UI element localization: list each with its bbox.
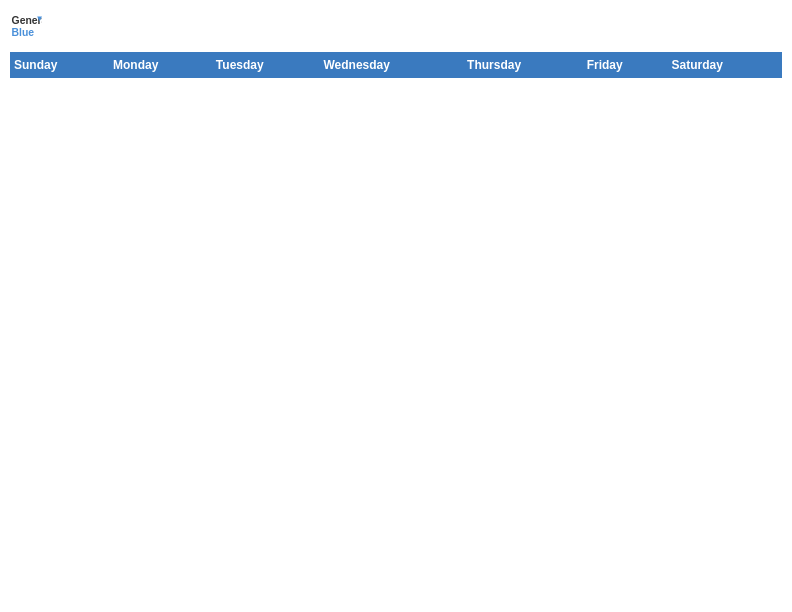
header: General Blue xyxy=(10,10,782,42)
logo-icon: General Blue xyxy=(10,10,42,42)
weekday-header: Tuesday xyxy=(212,52,320,78)
calendar-table: SundayMondayTuesdayWednesdayThursdayFrid… xyxy=(10,52,782,78)
weekday-header-row: SundayMondayTuesdayWednesdayThursdayFrid… xyxy=(10,52,782,78)
svg-text:General: General xyxy=(12,15,42,26)
weekday-header: Monday xyxy=(109,52,212,78)
weekday-header: Thursday xyxy=(463,52,583,78)
svg-text:Blue: Blue xyxy=(12,27,35,38)
weekday-header: Friday xyxy=(583,52,668,78)
logo: General Blue xyxy=(10,10,42,42)
weekday-header: Wednesday xyxy=(319,52,463,78)
weekday-header: Sunday xyxy=(10,52,109,78)
weekday-header: Saturday xyxy=(668,52,783,78)
